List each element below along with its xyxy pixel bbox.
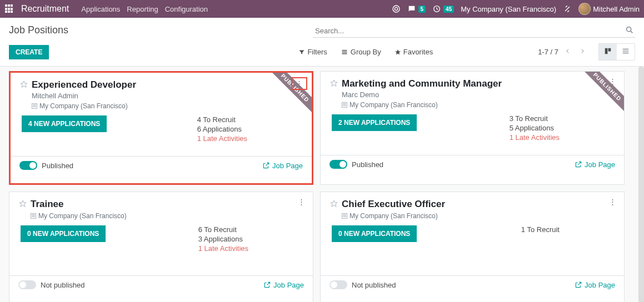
- company-label: My Company (San Francisco): [330, 212, 615, 220]
- svg-rect-7: [342, 53, 347, 54]
- new-applications-button[interactable]: 0 NEW APPLICATIONS: [21, 225, 106, 242]
- svg-line-4: [631, 31, 632, 33]
- recruiter-name: Marc Demo: [330, 90, 615, 99]
- favorites-button[interactable]: Favorites: [395, 48, 433, 56]
- job-stats: 4 To Recruit 6 Applications 1 Late Activ…: [197, 115, 303, 143]
- job-title: Chief Executive Officer: [342, 199, 445, 210]
- company-label: My Company (San Francisco): [18, 212, 304, 220]
- company-label: My Company (San Francisco): [19, 102, 303, 110]
- card-menu-dots[interactable]: ⋮: [606, 197, 620, 207]
- card-menu-dots[interactable]: ⋮: [291, 77, 307, 90]
- control-bar: Job Positions CREATE Filters Group By Fa…: [0, 18, 644, 67]
- app-brand[interactable]: Recruitment: [21, 4, 69, 14]
- published-toggle[interactable]: [19, 161, 37, 170]
- svg-rect-8: [605, 48, 608, 54]
- nav-reporting[interactable]: Reporting: [127, 5, 158, 13]
- published-toggle[interactable]: [18, 280, 36, 289]
- favorite-star-icon[interactable]: [330, 79, 338, 89]
- svg-point-1: [395, 7, 397, 10]
- job-page-link[interactable]: Job Page: [575, 160, 615, 169]
- job-title: Experienced Developer: [32, 79, 136, 90]
- favorite-star-icon[interactable]: [18, 199, 27, 210]
- applications-stat: 3 Applications: [198, 235, 248, 243]
- new-applications-button[interactable]: 2 NEW APPLICATIONS: [332, 114, 417, 131]
- kanban-view-button[interactable]: [599, 44, 617, 60]
- page-title: Job Positions: [9, 24, 68, 36]
- create-button[interactable]: CREATE: [9, 45, 49, 59]
- user-name: Mitchell Admin: [593, 5, 640, 13]
- published-status-label: Not published: [41, 281, 85, 289]
- pager-next[interactable]: [577, 46, 587, 58]
- filters-button[interactable]: Filters: [298, 48, 327, 56]
- to-recruit-stat: 3 To Recruit: [510, 114, 560, 123]
- search-input[interactable]: [313, 24, 635, 38]
- job-card[interactable]: PUBLISHED ⋮ Experienced Developer Mitche…: [9, 71, 313, 185]
- svg-rect-5: [342, 50, 347, 51]
- group-by-button[interactable]: Group By: [341, 48, 381, 56]
- to-recruit-stat: 4 To Recruit: [197, 115, 247, 124]
- card-menu-dots[interactable]: ⋮: [294, 197, 308, 207]
- activity-clock-icon[interactable]: 45: [432, 4, 454, 13]
- pager-text: 1-7 / 7: [538, 48, 558, 56]
- top-nav: Recruitment Applications Reporting Confi…: [0, 0, 644, 18]
- pager-prev[interactable]: [563, 46, 573, 58]
- recruiter-name: Mitchell Admin: [19, 92, 303, 100]
- published-toggle[interactable]: [330, 160, 347, 169]
- building-icon: [32, 103, 37, 109]
- published-status-label: Not published: [352, 281, 396, 289]
- building-icon: [342, 213, 347, 219]
- svg-rect-9: [608, 48, 611, 52]
- job-page-link[interactable]: Job Page: [575, 281, 615, 289]
- applications-stat: 6 Applications: [197, 125, 247, 133]
- new-applications-button[interactable]: 4 NEW APPLICATIONS: [22, 115, 107, 132]
- late-activities-stat: 1 Late Activities: [197, 134, 247, 143]
- job-stats: 6 To Recruit 3 Applications 1 Late Activ…: [198, 225, 304, 253]
- nav-configuration[interactable]: Configuration: [165, 5, 208, 13]
- building-icon: [342, 102, 347, 108]
- support-icon[interactable]: [392, 4, 401, 13]
- to-recruit-stat: 1 To Recruit: [521, 225, 560, 234]
- user-menu[interactable]: Mitchell Admin: [578, 3, 640, 15]
- job-title: Trainee: [31, 199, 64, 210]
- job-stats: 3 To Recruit 5 Applications 1 Late Activ…: [510, 114, 615, 142]
- search-icon[interactable]: [625, 26, 634, 36]
- published-status-label: Published: [42, 162, 73, 170]
- company-selector[interactable]: My Company (San Francisco): [461, 5, 556, 13]
- nav-applications[interactable]: Applications: [81, 5, 120, 13]
- chat-icon[interactable]: 5: [407, 4, 426, 13]
- card-menu-dots[interactable]: ⋮: [606, 76, 620, 87]
- building-icon: [31, 213, 36, 219]
- applications-stat: 5 Applications: [510, 124, 560, 132]
- new-applications-button[interactable]: 0 NEW APPLICATIONS: [332, 225, 417, 242]
- chat-badge: 5: [418, 6, 426, 13]
- kanban-area: PUBLISHED ⋮ Experienced Developer Mitche…: [0, 67, 644, 302]
- svg-rect-6: [342, 52, 347, 53]
- job-stats: 1 To Recruit: [521, 225, 615, 234]
- job-page-link[interactable]: Job Page: [262, 162, 303, 170]
- favorite-star-icon[interactable]: [330, 199, 338, 210]
- company-label: My Company (San Francisco): [330, 101, 615, 109]
- job-card[interactable]: ⋮ Chief Executive Officer My Company (Sa…: [320, 192, 625, 302]
- svg-point-3: [627, 27, 631, 32]
- job-title: Marketing and Community Manager: [342, 78, 502, 89]
- to-recruit-stat: 6 To Recruit: [198, 225, 248, 234]
- late-activities-stat: 1 Late Activities: [198, 244, 248, 253]
- apps-grid-icon[interactable]: [4, 4, 14, 14]
- activity-badge: 45: [443, 6, 454, 13]
- late-activities-stat: 1 Late Activities: [510, 133, 560, 142]
- published-toggle[interactable]: [330, 280, 347, 289]
- settings-icon[interactable]: [563, 4, 572, 13]
- avatar: [578, 3, 591, 15]
- svg-point-0: [393, 6, 400, 12]
- job-card[interactable]: ⋮ Trainee My Company (San Francisco) 0 N…: [9, 192, 313, 302]
- published-status-label: Published: [352, 160, 383, 169]
- favorite-star-icon[interactable]: [19, 80, 28, 90]
- list-view-button[interactable]: [617, 44, 635, 60]
- job-page-link[interactable]: Job Page: [263, 281, 304, 289]
- job-card[interactable]: PUBLISHED ⋮ Marketing and Community Mana…: [320, 71, 625, 185]
